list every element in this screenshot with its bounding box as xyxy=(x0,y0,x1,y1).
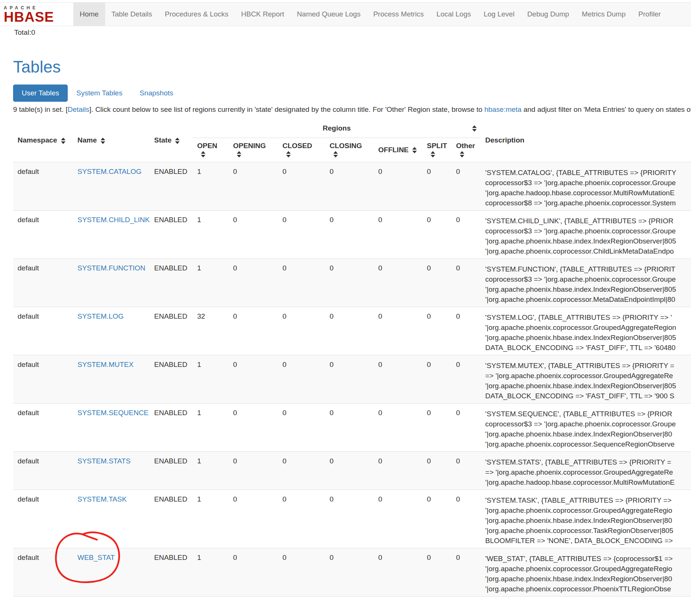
region-open-count[interactable]: 1 xyxy=(193,162,229,210)
sort-icon[interactable] xyxy=(460,151,465,158)
region-offline-count[interactable]: 0 xyxy=(374,403,422,451)
region-open-count[interactable]: 1 xyxy=(193,548,229,596)
sort-icon[interactable] xyxy=(101,137,106,144)
region-closed-count[interactable]: 0 xyxy=(278,355,325,403)
region-open-count[interactable]: 32 xyxy=(193,307,229,355)
description-line: '|org.apache.phoenix.coprocessor.Sequenc… xyxy=(485,439,691,449)
hbase-meta-link[interactable]: hbase:meta xyxy=(484,105,522,113)
region-split-count[interactable]: 0 xyxy=(422,307,452,355)
column-header-namespace: Namespace xyxy=(13,119,73,162)
table-name-link[interactable]: SYSTEM.LOG xyxy=(77,312,124,320)
table-name-link[interactable]: SYSTEM.STATS xyxy=(77,457,131,465)
sort-icon[interactable] xyxy=(412,147,417,154)
region-other-count[interactable]: 0 xyxy=(452,403,481,451)
column-header-other: Other xyxy=(452,138,481,162)
region-offline-count[interactable]: 0 xyxy=(374,490,422,548)
description-line: 'SYSTEM.CHILD_LINK', {TABLE_ATTRIBUTES =… xyxy=(485,216,691,226)
state-cell: ENABLED xyxy=(150,403,193,451)
table-name-link[interactable]: SYSTEM.FUNCTION xyxy=(77,264,146,272)
region-open-count[interactable]: 1 xyxy=(193,355,229,403)
region-open-count[interactable]: 1 xyxy=(193,210,229,258)
tab-user-tables: User Tables xyxy=(13,85,68,102)
details-link[interactable]: Details xyxy=(68,105,89,113)
region-opening-count[interactable]: 0 xyxy=(229,307,278,355)
region-open-count[interactable]: 1 xyxy=(193,258,229,307)
region-open-count[interactable]: 1 xyxy=(193,490,229,548)
nav-menu: HomeTable DetailsProcedures & LocksHBCK … xyxy=(73,3,667,26)
region-offline-count[interactable]: 0 xyxy=(374,451,422,490)
region-split-count[interactable]: 0 xyxy=(422,403,452,451)
region-closing-count[interactable]: 0 xyxy=(325,210,374,258)
region-closing-count[interactable]: 0 xyxy=(325,451,374,490)
description-line: coprocessor$8 => '|org.apache.phoenix.co… xyxy=(485,198,691,208)
column-label: State xyxy=(154,136,171,144)
sort-icon[interactable] xyxy=(472,125,477,132)
sort-icon[interactable] xyxy=(431,151,435,158)
region-open-count[interactable]: 1 xyxy=(193,403,229,451)
region-other-count[interactable]: 0 xyxy=(452,307,481,355)
region-opening-count[interactable]: 0 xyxy=(229,210,278,258)
region-open-count[interactable]: 1 xyxy=(193,451,229,490)
region-closing-count[interactable]: 0 xyxy=(325,548,374,596)
region-offline-count[interactable]: 0 xyxy=(374,355,422,403)
region-split-count[interactable]: 0 xyxy=(422,162,452,210)
nav-item-home: Home xyxy=(73,3,105,26)
region-offline-count[interactable]: 0 xyxy=(374,162,422,210)
region-split-count[interactable]: 0 xyxy=(422,548,452,596)
region-opening-count[interactable]: 0 xyxy=(229,490,278,548)
table-name-link[interactable]: SYSTEM.CHILD_LINK xyxy=(77,216,150,224)
region-closing-count[interactable]: 0 xyxy=(325,258,374,307)
table-name-link[interactable]: SYSTEM.SEQUENCE xyxy=(77,409,149,417)
region-opening-count[interactable]: 0 xyxy=(229,403,278,451)
region-closing-count[interactable]: 0 xyxy=(325,403,374,451)
region-split-count[interactable]: 0 xyxy=(422,355,452,403)
region-other-count[interactable]: 0 xyxy=(452,258,481,307)
region-closing-count[interactable]: 0 xyxy=(325,355,374,403)
region-other-count[interactable]: 0 xyxy=(452,162,481,210)
region-closed-count[interactable]: 0 xyxy=(278,451,325,490)
column-header-opening: OPENING xyxy=(229,138,278,162)
sort-icon[interactable] xyxy=(286,151,291,158)
region-split-count[interactable]: 0 xyxy=(422,210,452,258)
table-name-link[interactable]: SYSTEM.CATALOG xyxy=(77,168,141,175)
region-other-count[interactable]: 0 xyxy=(452,548,481,596)
region-closing-count[interactable]: 0 xyxy=(325,490,374,548)
table-name-link[interactable]: SYSTEM.TASK xyxy=(77,495,127,503)
table-name-link[interactable]: WEB_STAT xyxy=(77,554,115,561)
region-opening-count[interactable]: 0 xyxy=(229,548,278,596)
region-closed-count[interactable]: 0 xyxy=(278,403,325,451)
region-other-count[interactable]: 0 xyxy=(452,355,481,403)
region-other-count[interactable]: 0 xyxy=(452,490,481,548)
sort-icon[interactable] xyxy=(175,137,180,144)
region-closed-count[interactable]: 0 xyxy=(278,162,325,210)
sort-icon[interactable] xyxy=(237,151,242,158)
region-opening-count[interactable]: 0 xyxy=(229,258,278,307)
region-other-count[interactable]: 0 xyxy=(452,451,481,490)
region-closed-count[interactable]: 0 xyxy=(278,548,325,596)
region-closing-count[interactable]: 0 xyxy=(325,162,374,210)
region-offline-count[interactable]: 0 xyxy=(374,258,422,307)
region-closing-count[interactable]: 0 xyxy=(325,307,374,355)
region-opening-count[interactable]: 0 xyxy=(229,355,278,403)
summary-prefix: 9 table(s) in set. [ xyxy=(13,105,68,113)
region-closed-count[interactable]: 0 xyxy=(278,258,325,307)
sort-icon[interactable] xyxy=(333,151,338,158)
region-offline-count[interactable]: 0 xyxy=(374,548,422,596)
region-closed-count[interactable]: 0 xyxy=(278,307,325,355)
region-split-count[interactable]: 0 xyxy=(422,490,452,548)
region-opening-count[interactable]: 0 xyxy=(229,162,278,210)
region-closed-count[interactable]: 0 xyxy=(278,490,325,548)
sort-icon[interactable] xyxy=(61,137,66,144)
description-line: '|org.apache.phoenix.hbase.index.IndexRe… xyxy=(485,381,691,391)
region-offline-count[interactable]: 0 xyxy=(374,210,422,258)
region-offline-count[interactable]: 0 xyxy=(374,307,422,355)
region-split-count[interactable]: 0 xyxy=(422,451,452,490)
sort-icon[interactable] xyxy=(201,151,206,158)
region-closed-count[interactable]: 0 xyxy=(278,210,325,258)
region-split-count[interactable]: 0 xyxy=(422,258,452,307)
region-other-count[interactable]: 0 xyxy=(452,210,481,258)
region-opening-count[interactable]: 0 xyxy=(229,451,278,490)
description-line: '|org.apache.phoenix.hbase.index.IndexRe… xyxy=(485,515,691,525)
hbase-logo[interactable]: APACHE HBASE xyxy=(0,3,73,26)
table-name-link[interactable]: SYSTEM.MUTEX xyxy=(77,361,134,368)
